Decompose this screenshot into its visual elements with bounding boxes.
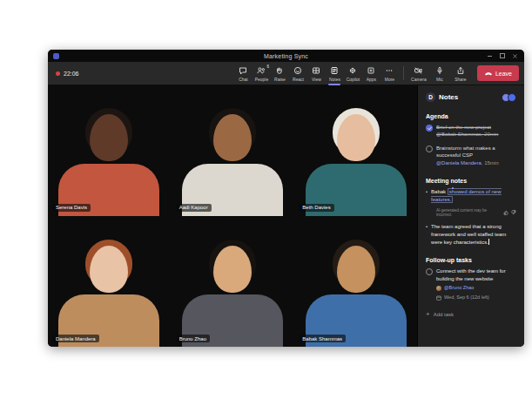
apps-label: Apps — [367, 77, 376, 82]
unchecked-checkbox-icon[interactable] — [426, 145, 433, 152]
title-bar: Marketing Sync — [48, 50, 524, 62]
video-feed — [172, 217, 294, 348]
mic-button[interactable]: Mic — [429, 65, 450, 82]
participant-name-tag: Bruno Zhao — [176, 335, 210, 342]
apps-icon — [367, 66, 375, 76]
teams-meeting-window: Marketing Sync 22:06 Chat 6 — [48, 50, 524, 347]
share-icon — [456, 66, 465, 76]
recording-timer: 22:06 — [56, 71, 79, 77]
notes-panel-header: D Notes — [426, 92, 516, 102]
video-tile-beth[interactable]: Beth Davies — [294, 85, 417, 216]
more-label: More — [385, 77, 394, 82]
participant-name-tag: Serena Davis — [52, 204, 91, 212]
thumbs-up-icon[interactable] — [503, 210, 508, 215]
toolbar-divider — [403, 66, 404, 80]
chat-button[interactable]: Chat — [234, 65, 253, 82]
camera-button[interactable]: Camera — [408, 65, 429, 82]
calendar-icon — [436, 295, 441, 301]
mic-label: Mic — [436, 77, 443, 82]
plus-icon: + — [426, 312, 430, 317]
note-text: Babak showed demos of new features. — [431, 188, 516, 203]
task-checkbox-icon[interactable] — [426, 268, 433, 275]
video-tile-aadi[interactable]: Aadi Kapoor — [172, 85, 294, 216]
task-text[interactable]: Connect with the dev team for building t… — [436, 268, 506, 281]
copilot-label: Copilot — [347, 77, 360, 82]
more-icon — [385, 66, 394, 76]
checked-checkbox-icon[interactable] — [426, 125, 433, 132]
people-button[interactable]: 6 People — [253, 65, 271, 82]
notes-panel-title: Notes — [439, 93, 458, 101]
notes-button[interactable]: Notes — [326, 65, 344, 82]
participant-figure — [294, 85, 417, 216]
participant-figure — [172, 85, 294, 216]
meeting-timer: 22:06 — [64, 71, 79, 77]
assignee-avatar — [436, 286, 441, 291]
participant-name-tag: Babak Shammas — [299, 335, 346, 342]
view-button[interactable]: View — [307, 65, 326, 82]
meeting-notes-heading: Meeting notes — [426, 178, 516, 184]
collaborator-avatar[interactable] — [508, 93, 516, 102]
add-task-label: Add task — [434, 312, 454, 317]
raise-hand-icon — [275, 66, 284, 76]
ai-disclaimer-text: AI-generated content may be incorrect — [436, 208, 501, 217]
note-text: The team agreed that a strong framework … — [431, 223, 516, 246]
thumbs-down-icon[interactable] — [511, 210, 516, 215]
task-due-date: Wed, Sep 6 (12d left) — [444, 294, 489, 301]
raise-hand-button[interactable]: Raise — [271, 65, 289, 82]
agenda-item: Brainstorm what makes a successful CSP @… — [426, 145, 516, 166]
video-grid: Serena Davis Aadi Kapoor — [48, 85, 417, 347]
meeting-toolbar: 22:06 Chat 6 People Raise — [48, 62, 524, 85]
leave-button[interactable]: Leave — [477, 65, 519, 81]
chat-icon — [239, 66, 247, 76]
people-count-badge: 6 — [266, 64, 269, 69]
video-feed — [294, 217, 417, 348]
collaborator-presence — [502, 93, 516, 102]
window-title: Marketing Sync — [48, 53, 524, 59]
share-button[interactable]: Share — [450, 65, 471, 82]
text-cursor — [488, 239, 489, 245]
agenda-heading: Agenda — [426, 113, 516, 119]
task-item: Connect with the dev team for building t… — [426, 267, 516, 301]
copilot-button[interactable]: Copilot — [344, 65, 362, 82]
react-button[interactable]: React — [289, 65, 307, 82]
participant-figure — [48, 217, 171, 348]
agenda-item-text[interactable]: Brief on the new project @Babak Shammas,… — [436, 124, 498, 139]
video-tile-babak[interactable]: Babak Shammas — [294, 217, 417, 348]
mic-icon — [435, 66, 444, 76]
loop-icon: D — [426, 92, 435, 102]
meeting-note-item[interactable]: • The team agreed that a strong framewor… — [426, 223, 516, 246]
react-label: React — [293, 77, 304, 82]
view-label: View — [312, 77, 321, 82]
raise-label: Raise — [274, 77, 286, 82]
more-button[interactable]: More — [380, 65, 399, 82]
assignee-mention-link[interactable]: @Bruno Zhao — [444, 285, 474, 292]
video-feed — [48, 85, 171, 216]
minimize-icon[interactable] — [488, 56, 492, 57]
agenda-item: Brief on the new project @Babak Shammas,… — [426, 124, 516, 139]
video-feed — [48, 217, 171, 348]
apps-button[interactable]: Apps — [362, 65, 380, 82]
agenda-item-text[interactable]: Brainstorm what makes a successful CSP @… — [436, 145, 516, 166]
video-feed — [294, 85, 417, 216]
mention-link[interactable]: @Daniela Mandera — [436, 160, 481, 166]
add-task-button[interactable]: + Add task — [426, 312, 516, 317]
chat-label: Chat — [239, 77, 248, 82]
notes-icon — [330, 66, 339, 76]
notes-label: Notes — [329, 77, 340, 82]
participant-name-tag: Beth Davies — [299, 204, 333, 212]
ai-disclaimer-row: AI-generated content may be incorrect — [436, 208, 516, 217]
camera-label: Camera — [411, 77, 427, 82]
video-tile-serena[interactable]: Serena Davis — [48, 85, 171, 216]
meeting-note-item[interactable]: • Babak showed demos of new features. — [426, 188, 516, 203]
video-feed — [172, 85, 294, 216]
close-icon[interactable] — [513, 54, 517, 58]
record-icon — [56, 71, 60, 76]
video-tile-bruno[interactable]: Bruno Zhao — [172, 217, 294, 348]
share-label: Share — [455, 77, 466, 82]
mention-link[interactable]: @Babak Shammas — [436, 132, 481, 137]
view-icon — [312, 66, 320, 76]
participant-name-tag: Aadi Kapoor — [176, 204, 212, 212]
maximize-icon[interactable] — [500, 53, 505, 58]
video-tile-daniela[interactable]: Daniela Mandera — [48, 217, 171, 348]
camera-off-icon — [414, 66, 423, 76]
